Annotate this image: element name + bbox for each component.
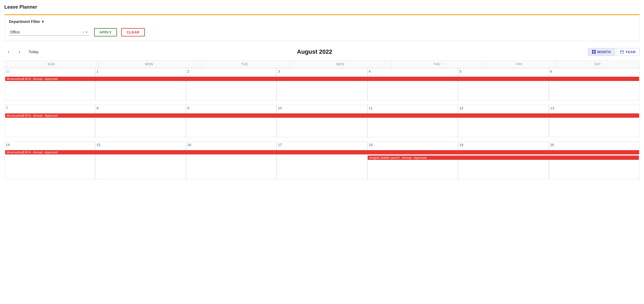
day-number: 1: [97, 69, 185, 73]
day-number: 16: [187, 143, 275, 147]
apply-button[interactable]: APPLY: [94, 28, 117, 36]
calendar-header-row: SUN MON TUE WED THU FRI SAT: [5, 61, 640, 68]
clear-selection-icon[interactable]: ×: [82, 30, 85, 34]
day-number: 18: [369, 143, 457, 147]
day-number: 14: [6, 143, 94, 147]
day-cell-31[interactable]: 31: [5, 68, 95, 100]
col-tue: TUE: [200, 61, 289, 68]
dept-filter-chevron-icon: ▾: [42, 19, 44, 24]
day-cell-18[interactable]: 18: [367, 141, 458, 179]
day-cell-3[interactable]: 3: [277, 68, 367, 100]
year-view-button[interactable]: YEAR: [616, 48, 640, 56]
week1-events: iIA amuohraB M N - Annual - Approved: [5, 77, 640, 81]
filter-row: Office × ▾ APPLY CLEAR: [9, 28, 635, 36]
day-number: 3: [278, 69, 366, 73]
page-title: Leave Planner: [4, 4, 640, 10]
col-fri: FRI: [483, 61, 556, 68]
event-bar-2[interactable]: eneguE olideM nanorO - Annual - Approved: [368, 156, 639, 160]
grid-icon: [592, 50, 596, 54]
col-sat: SAT: [556, 61, 640, 68]
col-sun: SUN: [5, 61, 98, 68]
prev-month-button[interactable]: ‹: [4, 48, 13, 56]
calendar-body: 31 1 2 3 4: [5, 68, 640, 187]
event-bar[interactable]: iIA amuohraB M N - Annual - Approved: [5, 150, 639, 154]
day-cell-7[interactable]: 7: [5, 105, 95, 137]
day-cell-10[interactable]: 10: [277, 105, 367, 137]
col-wed: WED: [289, 61, 391, 68]
svg-rect-4: [620, 51, 624, 53]
day-number: 13: [550, 106, 638, 110]
day-number: 9: [187, 106, 275, 110]
week2-row: 7 8 9 10 11: [5, 105, 640, 137]
day-number: 4: [369, 69, 457, 73]
svg-rect-3: [594, 52, 596, 54]
cal-nav-left: ‹ › Today: [4, 48, 41, 56]
day-cell-20[interactable]: 20: [549, 141, 640, 179]
day-number: 19: [459, 143, 547, 147]
day-cell-16[interactable]: 16: [186, 141, 277, 179]
table-row: 7 8 9 10 11: [5, 105, 640, 141]
svg-rect-2: [592, 52, 594, 54]
month-btn-label: MONTH: [597, 50, 611, 54]
day-cell-1[interactable]: 1: [95, 68, 186, 100]
day-cell-17[interactable]: 17: [277, 141, 367, 179]
calendar-nav: ‹ › Today August 2022 MONTH: [4, 45, 640, 58]
dept-filter-label: Department Filter: [9, 19, 40, 24]
calendar-table: SUN MON TUE WED THU FRI SAT 31: [4, 60, 640, 187]
calendar-icon: [620, 50, 624, 54]
view-toggle: MONTH YEAR: [588, 48, 640, 56]
day-cell-6[interactable]: 6: [549, 68, 640, 100]
day-cell-12[interactable]: 12: [458, 105, 549, 137]
page-container: Leave Planner Department Filter ▾ Office…: [0, 0, 644, 191]
day-number: 17: [278, 143, 366, 147]
day-number: 8: [97, 106, 185, 110]
day-cell-14[interactable]: 14: [5, 141, 95, 179]
col-mon: MON: [98, 61, 200, 68]
table-row: 31 1 2 3 4: [5, 68, 640, 105]
filter-controls: × ▾: [82, 30, 88, 34]
day-cell-4[interactable]: 4: [367, 68, 458, 100]
day-number: 31: [6, 69, 94, 73]
day-cell-13[interactable]: 13: [549, 105, 640, 137]
calendar-month-year: August 2022: [297, 48, 332, 55]
day-cell-8[interactable]: 8: [95, 105, 186, 137]
day-number: 7: [6, 106, 94, 110]
day-number: 10: [278, 106, 366, 110]
day-cell-5[interactable]: 5: [458, 68, 549, 100]
week3-row: 14 15 16 17 18: [5, 141, 640, 179]
department-select[interactable]: Office × ▾: [9, 29, 90, 36]
next-month-button[interactable]: ›: [15, 48, 24, 56]
day-number: 5: [459, 69, 547, 73]
day-cell-9[interactable]: 9: [186, 105, 277, 137]
filter-selected-value: Office: [10, 30, 82, 34]
dropdown-arrow-icon: ▾: [86, 30, 88, 34]
day-cell-15[interactable]: 15: [95, 141, 186, 179]
filter-section: Department Filter ▾ Office × ▾ APPLY CLE…: [4, 14, 640, 41]
day-number: 12: [459, 106, 547, 110]
svg-rect-1: [594, 50, 596, 52]
event-bar[interactable]: iIA amuohraB M N - Annual - Approved: [5, 113, 639, 118]
col-thu: THU: [391, 61, 483, 68]
day-number: 2: [187, 69, 275, 73]
today-button[interactable]: Today: [26, 49, 41, 55]
table-row: 14 15 16 17 18: [5, 141, 640, 187]
day-cell-2[interactable]: 2: [186, 68, 277, 100]
svg-rect-0: [592, 50, 594, 52]
day-number: 20: [550, 143, 638, 147]
event-bar[interactable]: iIA amuohraB M N - Annual - Approved: [5, 77, 639, 81]
year-btn-label: YEAR: [625, 50, 636, 54]
day-number: 11: [369, 106, 457, 110]
day-cell-11[interactable]: 11: [367, 105, 458, 137]
day-cell-19[interactable]: 19: [458, 141, 549, 179]
clear-button[interactable]: CLEAR: [121, 28, 145, 36]
day-number: 6: [550, 69, 638, 73]
month-view-button[interactable]: MONTH: [588, 48, 615, 56]
week1-row: 31 1 2 3 4: [5, 68, 640, 100]
week2-events: iIA amuohraB M N - Annual - Approved: [5, 113, 640, 118]
day-number: 15: [97, 143, 185, 147]
dept-filter-header[interactable]: Department Filter ▾: [9, 19, 635, 24]
